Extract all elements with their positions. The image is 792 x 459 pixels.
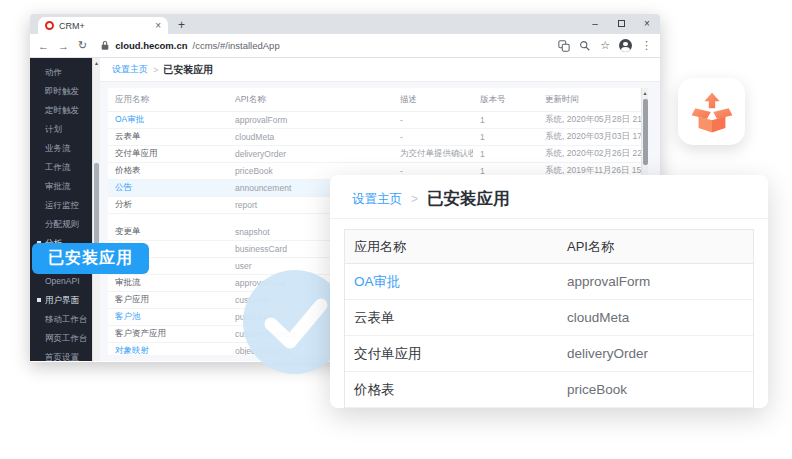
col-header-version: 版本号 xyxy=(473,94,538,106)
overlay-breadcrumb-separator: > xyxy=(411,192,418,206)
col-header-description: 描述 xyxy=(393,94,473,106)
sidebar-item[interactable]: 动作 xyxy=(30,63,92,82)
app-name-cell[interactable]: 分析 xyxy=(108,199,228,211)
sidebar-item[interactable]: 审批流 xyxy=(30,177,92,196)
url-path: /ccms/#/installedApp xyxy=(193,40,280,51)
overlay-divider xyxy=(330,218,768,219)
translate-icon[interactable] xyxy=(558,40,570,52)
sidebar-item[interactable]: 首页设置 xyxy=(30,348,92,367)
table-row: 云表单 cloudMeta - 1 系统, 2020年03月03日 17:41 xyxy=(108,129,648,146)
browser-tab-bar: CRM+ × + – × xyxy=(30,14,660,34)
sidebar-item-label: 运行监控 xyxy=(45,200,79,210)
version-cell: 1 xyxy=(473,149,538,159)
sidebar-item-label: 网页工作台 xyxy=(45,333,88,343)
sidebar-item-label: 定时触发 xyxy=(45,105,79,115)
forward-icon[interactable]: → xyxy=(58,40,69,52)
sidebar-item[interactable]: 移动工作台 xyxy=(30,310,92,329)
sidebar-scrollbar-thumb[interactable] xyxy=(94,163,99,248)
overlay-table-row: OA审批 approvalForm xyxy=(345,264,753,300)
sidebar-item-label: 首页设置 xyxy=(45,352,79,362)
breadcrumb-parent-link[interactable]: 设置主页 xyxy=(112,63,148,76)
sidebar-item[interactable]: OpenAPI xyxy=(30,272,92,291)
updated-time-cell: 系统, 2020年05月28日 21:38 xyxy=(538,114,648,126)
app-name-cell[interactable]: 客户应用 xyxy=(108,294,228,306)
zoom-icon[interactable] xyxy=(579,40,591,52)
installed-apps-callout: 已安装应用 xyxy=(32,243,149,274)
overlay-table: 应用名称 API名称 OA审批 approvalForm 云表单 cloudMe… xyxy=(344,229,754,408)
tab-close-icon[interactable]: × xyxy=(155,21,161,31)
sidebar-item[interactable]: 分配规则 xyxy=(30,215,92,234)
scroll-up-icon[interactable]: ▲ xyxy=(642,88,648,96)
overlay-table-header-row: 应用名称 API名称 xyxy=(345,230,753,264)
breadcrumb-separator: > xyxy=(153,65,158,75)
reload-icon[interactable]: ↻ xyxy=(78,39,87,52)
description-cell: - xyxy=(393,115,473,125)
url-field[interactable]: cloud.hecom.cn/ccms/#/installedApp xyxy=(96,40,549,51)
sidebar-item[interactable]: 用户界面 xyxy=(30,291,92,310)
sidebar-item[interactable]: 即时触发 xyxy=(30,82,92,101)
app-name-cell[interactable]: 对象映射 xyxy=(108,345,228,355)
overlay-table-row: 交付单应用 deliveryOrder xyxy=(345,336,753,372)
app-name-cell[interactable]: 公告 xyxy=(108,182,228,194)
overlay-api-name-cell: priceBook xyxy=(558,382,753,397)
sidebar-item[interactable]: 计划 xyxy=(30,120,92,139)
overlay-app-name-cell[interactable]: 交付单应用 xyxy=(345,345,558,363)
bookmark-star-icon[interactable]: ☆ xyxy=(600,39,610,52)
app-name-cell[interactable]: 价格表 xyxy=(108,165,228,177)
sidebar-item[interactable]: 定时触发 xyxy=(30,101,92,120)
app-name-cell[interactable]: OA审批 xyxy=(108,114,228,126)
sidebar-item-label: 分配规则 xyxy=(45,219,79,229)
version-cell: 1 xyxy=(473,132,538,142)
address-bar: ← → ↻ cloud.hecom.cn/ccms/#/installedApp… xyxy=(30,34,660,58)
restore-icon xyxy=(618,20,625,27)
api-name-cell: cloudMeta xyxy=(228,132,393,142)
sidebar-item-label: 即时触发 xyxy=(45,86,79,96)
screenshot-canvas: CRM+ × + – × ← → ↻ cloud.hecom.cn/ccms/#… xyxy=(0,0,792,459)
app-name-cell[interactable]: 客户资产应用 xyxy=(108,328,228,340)
overlay-app-name-cell[interactable]: 价格表 xyxy=(345,381,558,399)
overlay-col-header-app-name: 应用名称 xyxy=(345,238,558,256)
new-tab-button[interactable]: + xyxy=(178,18,185,32)
app-name-cell[interactable]: 变更单 xyxy=(108,226,228,238)
url-host: cloud.hecom.cn xyxy=(115,40,187,51)
page-title: 已安装应用 xyxy=(163,63,213,77)
scroll-up-icon[interactable]: ▲ xyxy=(93,58,100,66)
overlay-api-name-cell: deliveryOrder xyxy=(558,346,753,361)
browser-menu-icon[interactable]: ⋮ xyxy=(641,39,652,52)
padlock-icon xyxy=(100,40,110,51)
version-cell: 1 xyxy=(473,115,538,125)
sidebar-item[interactable]: 业务流 xyxy=(30,139,92,158)
back-icon[interactable]: ← xyxy=(38,40,49,52)
breadcrumb: 设置主页 > 已安装应用 xyxy=(100,58,660,82)
restore-button[interactable] xyxy=(608,14,634,32)
overlay-breadcrumb-parent-link[interactable]: 设置主页 xyxy=(352,191,402,208)
app-name-cell[interactable]: 交付单应用 xyxy=(108,148,228,160)
app-name-cell[interactable]: 客户池 xyxy=(108,311,228,323)
sidebar-item[interactable]: 网页工作台 xyxy=(30,329,92,348)
profile-avatar[interactable] xyxy=(619,39,632,52)
sidebar-scrollbar[interactable]: ▲ xyxy=(92,58,100,361)
overlay-app-name-cell[interactable]: 云表单 xyxy=(345,309,558,327)
sidebar-item-label: 审批流 xyxy=(45,181,71,191)
app-name-cell[interactable]: 云表单 xyxy=(108,131,228,143)
table-row: 交付单应用 deliveryOrder 为交付单提供确认收货功能 1 系统, 2… xyxy=(108,146,648,163)
sidebar-item[interactable]: 工作流 xyxy=(30,158,92,177)
sidebar-item[interactable]: 运行监控 xyxy=(30,196,92,215)
settings-sidebar: 动作 即时触发 定时触发 计划 业务流 xyxy=(30,58,92,361)
overlay-table-row: 价格表 priceBook xyxy=(345,372,753,408)
sidebar-item-label: 计划 xyxy=(45,124,62,134)
window-controls: – × xyxy=(582,14,660,32)
table-header-row: 应用名称 API名称 描述 版本号 更新时间 xyxy=(108,88,648,112)
minimize-button[interactable]: – xyxy=(582,14,608,32)
sidebar-item-label: 动作 xyxy=(45,67,62,77)
col-header-app-name: 应用名称 xyxy=(108,94,228,106)
app-name-cell[interactable]: 审批流 xyxy=(108,277,228,289)
sidebar-item-label: 业务流 xyxy=(45,143,71,153)
table-scrollbar-thumb[interactable] xyxy=(643,99,648,165)
overlay-app-name-cell[interactable]: OA审批 xyxy=(345,273,558,291)
browser-tab[interactable]: CRM+ × xyxy=(38,17,168,34)
close-button[interactable]: × xyxy=(634,14,660,32)
overlay-table-body: OA审批 approvalForm 云表单 cloudMeta 交付单应用 de… xyxy=(345,264,753,408)
updated-time-cell: 系统, 2020年02月26日 22:32 xyxy=(538,148,648,160)
api-name-cell: approvalForm xyxy=(228,115,393,125)
